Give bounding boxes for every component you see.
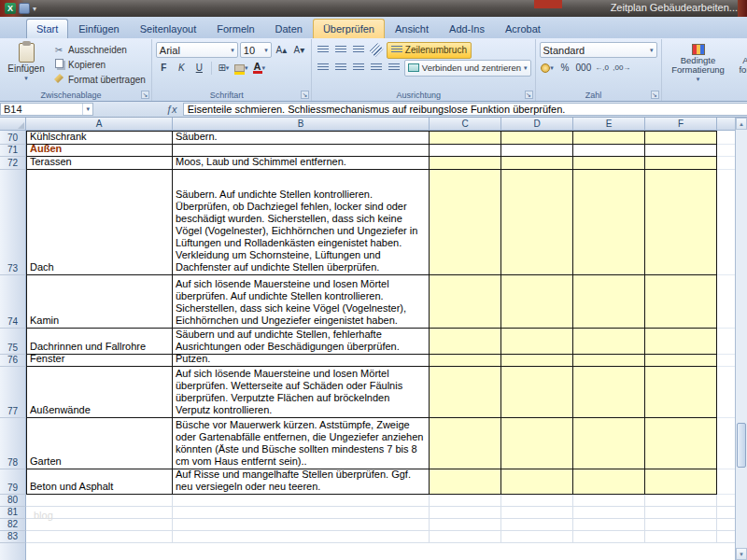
cell-E77[interactable] <box>573 367 645 418</box>
copy-button[interactable]: Kopieren <box>51 58 148 71</box>
cell-B72[interactable]: Moos, Laub und Schimmel entfernen. <box>173 157 430 170</box>
font-name-dropdown-icon[interactable]: ▾ <box>231 47 234 53</box>
cell-A75[interactable]: Dachrinnen und Fallrohre <box>26 329 173 355</box>
cell-F81[interactable] <box>645 507 717 519</box>
column-header-C[interactable]: C <box>430 118 501 131</box>
cell-A70[interactable]: Kühlschrank <box>26 131 173 145</box>
column-header-F[interactable]: F <box>645 118 717 131</box>
borders-dropdown-icon[interactable]: ▾ <box>226 64 230 71</box>
font-launcher-icon[interactable]: ↘ <box>301 91 309 99</box>
cell-B77[interactable]: Auf sich lösende Mauersteine und losen M… <box>173 367 430 418</box>
cell-C75[interactable] <box>430 329 501 355</box>
cell-A73[interactable]: Dach <box>26 170 173 275</box>
cell-F72[interactable] <box>645 157 717 170</box>
font-color-button[interactable]: A▾ <box>251 61 267 76</box>
cut-button[interactable]: ✂ Ausschneiden <box>51 43 148 56</box>
cell-D79[interactable] <box>501 469 573 495</box>
cell-A71[interactable]: Außen <box>26 145 173 157</box>
cell-E73[interactable] <box>573 170 645 275</box>
comma-style-button[interactable]: 000 <box>575 61 593 76</box>
name-box[interactable]: B14 ▾ <box>0 103 93 116</box>
cell-F70[interactable] <box>645 131 717 145</box>
cell-D73[interactable] <box>501 170 573 275</box>
merge-center-button[interactable]: Verbinden und zentrieren ▾ <box>404 60 531 77</box>
row-header-80[interactable]: 80 <box>0 495 26 507</box>
tab-Acrobat[interactable]: Acrobat <box>495 19 551 38</box>
row-header-81[interactable]: 81 <box>0 507 26 519</box>
cell-B78[interactable]: Büsche vor Mauerwerk kürzen. Aststümpfe,… <box>173 418 430 469</box>
cell-D70[interactable] <box>501 131 573 145</box>
cell-B82[interactable] <box>173 519 430 531</box>
cell-F82[interactable] <box>645 519 717 531</box>
cell-E81[interactable] <box>573 507 645 519</box>
paste-button[interactable]: Einfügen ▾ <box>4 41 49 86</box>
cell-E83[interactable] <box>573 531 645 543</box>
cell-D78[interactable] <box>501 418 573 469</box>
cell-A74[interactable]: Kamin <box>26 275 173 329</box>
align-middle-button[interactable] <box>333 43 349 58</box>
cell-F78[interactable] <box>645 418 717 469</box>
column-header-B[interactable]: B <box>173 118 430 131</box>
cell-D83[interactable] <box>501 531 573 543</box>
cell-F75[interactable] <box>645 329 717 355</box>
grow-font-button[interactable]: A▴ <box>274 43 289 58</box>
row-header-82[interactable]: 82 <box>0 519 26 531</box>
cell-E79[interactable] <box>573 469 645 495</box>
align-top-button[interactable] <box>316 43 331 58</box>
row-header-75[interactable]: 75 <box>0 329 26 355</box>
conditional-formatting-dropdown-icon[interactable]: ▾ <box>697 76 700 82</box>
cell-A80[interactable] <box>26 495 173 507</box>
cell-B79[interactable]: Auf Risse und mangelhafte Stellen überpr… <box>173 469 430 495</box>
cell-C83[interactable] <box>430 531 501 543</box>
row-header-83[interactable]: 83 <box>0 531 26 543</box>
cell-D77[interactable] <box>501 367 573 418</box>
cell-C73[interactable] <box>430 170 501 275</box>
cell-E74[interactable] <box>573 275 645 329</box>
cell-E78[interactable] <box>573 418 645 469</box>
borders-button[interactable]: ⊞▾ <box>216 61 232 76</box>
italic-button[interactable]: K <box>174 61 190 76</box>
cell-E72[interactable] <box>573 157 645 170</box>
cell-B71[interactable] <box>173 145 430 157</box>
wrap-text-button[interactable]: Zeilenumbruch <box>387 42 472 59</box>
alignment-launcher-icon[interactable]: ↘ <box>525 91 533 99</box>
cell-F76[interactable] <box>645 355 717 367</box>
row-header-71[interactable]: 71 <box>0 145 26 157</box>
cell-B81[interactable] <box>173 507 430 519</box>
insert-function-button[interactable]: ƒx <box>161 103 183 116</box>
column-header-A[interactable]: A <box>26 118 173 131</box>
quick-access-dropdown-icon[interactable]: ▾ <box>33 5 36 13</box>
save-icon[interactable] <box>19 3 30 14</box>
cell-C74[interactable] <box>430 275 501 329</box>
accounting-format-button[interactable]: ▾ <box>540 61 556 76</box>
cell-F79[interactable] <box>645 469 717 495</box>
tab-Einfügen[interactable]: Einfügen <box>68 19 129 38</box>
number-format-dropdown-icon[interactable]: ▾ <box>650 47 654 53</box>
align-left-button[interactable] <box>316 61 331 76</box>
conditional-formatting-button[interactable]: Bedingte Formatierung ▾ <box>669 44 727 82</box>
format-painter-button[interactable]: Format übertragen <box>51 73 148 86</box>
cell-A78[interactable]: Garten <box>26 418 173 469</box>
select-all-corner[interactable] <box>0 118 26 131</box>
cell-E76[interactable] <box>573 355 645 367</box>
row-header-72[interactable]: 72 <box>0 157 26 170</box>
cell-D72[interactable] <box>501 157 573 170</box>
cell-F83[interactable] <box>645 531 717 543</box>
row-header-73[interactable]: 73 <box>0 170 26 275</box>
tab-Ansicht[interactable]: Ansicht <box>385 19 439 38</box>
number-launcher-icon[interactable]: ↘ <box>651 91 659 99</box>
font-size-select[interactable]: 10 ▾ <box>240 42 272 58</box>
tab-Überprüfen[interactable]: Überprüfen <box>313 19 385 38</box>
column-header-D[interactable]: D <box>501 118 573 131</box>
cell-C78[interactable] <box>430 418 501 469</box>
tab-Add-Ins[interactable]: Add-Ins <box>439 19 495 38</box>
cell-B73[interactable]: Säubern. Auf undichte Stellen kontrollie… <box>173 170 430 275</box>
font-name-select[interactable]: Arial ▾ <box>156 42 238 58</box>
cell-C72[interactable] <box>430 157 501 170</box>
row-header-78[interactable]: 78 <box>0 418 26 469</box>
cell-D81[interactable] <box>501 507 573 519</box>
cell-F80[interactable] <box>645 495 717 507</box>
cell-B75[interactable]: Säubern und auf undichte Stellen, fehler… <box>173 329 430 355</box>
cell-C70[interactable] <box>430 131 501 145</box>
cell-E70[interactable] <box>573 131 645 145</box>
